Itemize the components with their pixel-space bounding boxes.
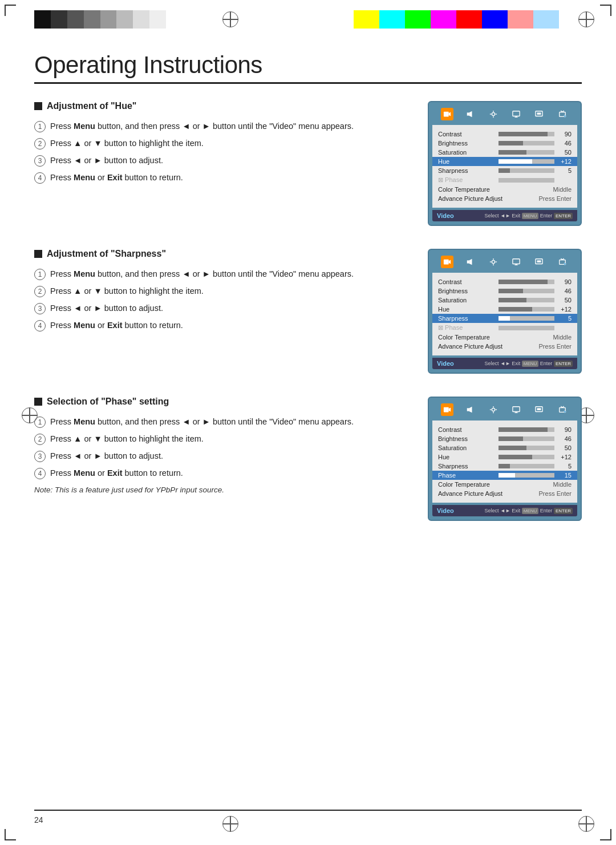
tv-bar-fill	[499, 132, 548, 136]
tv-bar-container	[499, 446, 554, 450]
step-text: Press Menu or Exit button to return.	[50, 172, 411, 183]
tv-row-info: Color Temperature Middle	[438, 333, 572, 342]
section-heading-label: Adjustment of "Hue"	[47, 101, 136, 111]
svg-rect-9	[513, 111, 520, 116]
section-bullet-icon	[34, 102, 42, 110]
step-item: 2 Press ▲ or ▼ button to highlight the i…	[34, 138, 411, 149]
step-text: Press Menu button, and then press ◄ or ►…	[50, 120, 411, 132]
color-bar	[508, 10, 533, 29]
gray-bar	[100, 10, 117, 29]
tv-row-info: Color Temperature Middle	[438, 185, 572, 194]
step-number: 3	[34, 303, 46, 314]
tv-bar-container	[499, 289, 554, 293]
step-number: 4	[34, 320, 46, 331]
step-item: 1 Press Menu button, and then press ◄ or…	[34, 120, 411, 132]
tv-footer: Video Select ◄► Exit MENU Enter ENTER	[432, 505, 577, 516]
tv-bar-fill	[499, 464, 510, 468]
svg-point-22	[492, 260, 495, 263]
step-number: 3	[34, 155, 46, 167]
tv-footer-controls: Select ◄► Exit MENU Enter ENTER	[484, 213, 573, 219]
tv-footer-enter: ENTER	[554, 361, 573, 367]
tv-footer-source: Video	[437, 212, 454, 219]
tv-row-saturation: Saturation 50	[438, 296, 572, 305]
tv-row-saturation: Saturation 50	[438, 148, 572, 157]
section-heading-label: Adjustment of "Sharpness"	[47, 249, 166, 259]
tv-bar-fill	[499, 316, 510, 321]
step-number: 2	[34, 286, 46, 297]
svg-rect-36	[444, 407, 449, 413]
svg-rect-2	[467, 112, 469, 115]
section-phase: Selection of "Phase" setting 1 Press Men…	[34, 397, 582, 521]
tv-screen: Contrast 90 Brightness 46 Saturation 50	[428, 249, 582, 374]
tv-icon-display	[510, 108, 522, 120]
section-text: Selection of "Phase" setting 1 Press Men…	[34, 397, 411, 496]
tv-row-phase: ⊠ Phase	[438, 323, 572, 333]
svg-rect-13	[537, 112, 541, 115]
tv-row-phase: ⊠ Phase	[438, 175, 572, 185]
sections-container: Adjustment of "Hue" 1 Press Menu button,…	[34, 101, 582, 521]
crosshair-bot-right	[578, 816, 594, 832]
svg-point-4	[492, 112, 495, 115]
section-bullet-icon	[34, 250, 42, 258]
tv-bar-fill	[499, 150, 526, 155]
title-rule	[34, 82, 582, 84]
steps-list: 1 Press Menu button, and then press ◄ or…	[34, 268, 411, 331]
tv-icon-settings	[487, 403, 500, 416]
tv-icon-audio	[464, 403, 476, 416]
corner-br	[600, 829, 611, 840]
color-bar	[482, 10, 508, 29]
crosshair-top-right	[578, 11, 594, 27]
tv-icon-monitor	[533, 108, 545, 120]
section-bullet-icon	[34, 398, 42, 406]
tv-footer-enter: ENTER	[554, 508, 573, 514]
section-text: Adjustment of "Sharpness" 1 Press Menu b…	[34, 249, 411, 337]
tv-bar-container	[499, 159, 554, 164]
step-number: 2	[34, 138, 46, 149]
color-bar	[379, 10, 405, 29]
step-number: 2	[34, 434, 46, 445]
tv-footer-source: Video	[437, 360, 454, 367]
step-item: 3 Press ◄ or ► button to adjust.	[34, 302, 411, 314]
tv-bar-fill	[499, 455, 532, 459]
crosshair-bot-left	[222, 816, 238, 832]
step-text: Press Menu button, and then press ◄ or ►…	[50, 416, 411, 427]
tv-bar-container	[499, 455, 554, 459]
gray-bar	[133, 10, 149, 29]
svg-marker-21	[469, 259, 472, 265]
tv-bar-container	[499, 464, 554, 468]
svg-point-40	[492, 408, 495, 411]
tv-bar-container	[499, 150, 554, 155]
tv-bar-fill	[499, 141, 523, 145]
svg-marker-3	[469, 111, 472, 118]
tv-bar-fill	[499, 473, 515, 478]
step-number: 1	[34, 121, 46, 132]
step-text: Press Menu button, and then press ◄ or ►…	[50, 268, 411, 280]
step-item: 2 Press ▲ or ▼ button to highlight the i…	[34, 285, 411, 297]
svg-point-53	[564, 411, 566, 413]
tv-row-contrast: Contrast 90	[438, 425, 572, 434]
tv-bar-fill	[499, 280, 548, 284]
crosshair-top-left	[222, 11, 238, 27]
tv-bar-fill	[499, 159, 532, 164]
page-number: 24	[34, 815, 43, 824]
tv-bar-fill	[499, 298, 526, 302]
tv-bar-container	[499, 307, 554, 312]
step-text: Press Menu or Exit button to return.	[50, 320, 411, 331]
section-heading: Selection of "Phase" setting	[34, 397, 411, 407]
tv-bar-container	[499, 280, 554, 284]
tv-footer-enter: ENTER	[554, 213, 573, 219]
tv-footer-source: Video	[437, 507, 454, 514]
grayscale-bars	[34, 10, 183, 29]
tv-row-phase: Phase 15	[432, 471, 577, 480]
step-item: 4 Press Menu or Exit button to return.	[34, 172, 411, 184]
section-heading: Adjustment of "Hue"	[34, 101, 411, 111]
svg-marker-1	[449, 112, 451, 116]
svg-marker-39	[469, 407, 472, 413]
tv-icon-display	[510, 403, 522, 416]
tv-icon-bar	[432, 253, 577, 270]
step-item: 3 Press ◄ or ► button to adjust.	[34, 450, 411, 462]
tv-icon-monitor	[533, 256, 545, 268]
tv-content: Contrast 90 Brightness 46 Saturation 50	[432, 273, 577, 355]
tv-screen: Contrast 90 Brightness 46 Saturation 50	[428, 101, 582, 226]
steps-list: 1 Press Menu button, and then press ◄ or…	[34, 120, 411, 184]
